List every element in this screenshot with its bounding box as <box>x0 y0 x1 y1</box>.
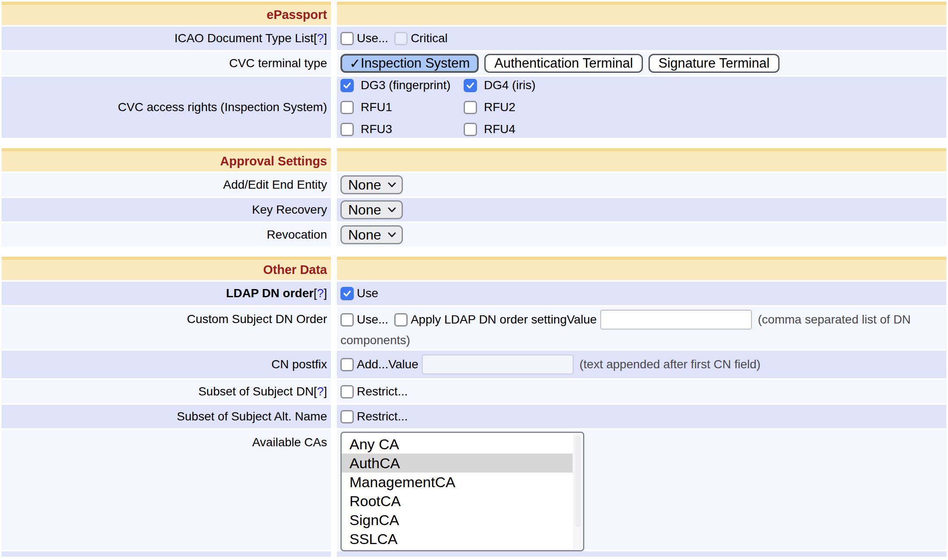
subset-subject-dn-label: Subset of Subject DN <box>198 385 314 398</box>
ca-option-rootca[interactable]: RootCA <box>342 492 573 510</box>
section-title: Other Data <box>263 263 327 277</box>
section-header-epassport: ePassport <box>2 2 946 25</box>
icao-use-checkbox[interactable] <box>340 32 354 45</box>
cn-postfix-add-checkbox[interactable] <box>340 358 354 371</box>
certificate-profile-form: ePassport ICAO Document Type List[?] Use… <box>0 0 948 560</box>
cn-postfix-value-input[interactable] <box>422 355 574 374</box>
cvc-access-item: RFU1 <box>340 100 464 114</box>
ca-option-any-ca[interactable]: Any CA <box>342 435 573 454</box>
section-epassport: ePassport ICAO Document Type List[?] Use… <box>2 2 946 138</box>
icao-critical-label[interactable]: Critical <box>411 31 448 45</box>
custom-dn-controls: Use... Apply LDAP DN order setting Value… <box>340 308 911 332</box>
icao-critical-checkbox[interactable] <box>394 32 408 45</box>
subset-alt-name-restrict-label[interactable]: Restrict... <box>357 410 408 423</box>
select-value: None <box>348 202 381 218</box>
ldap-dn-order-label: LDAP DN order <box>226 286 314 300</box>
cvc-access-grid: DG3 (fingerprint) DG4 (iris) RFU1 RFU2 <box>340 78 536 136</box>
row-cvc-terminal-type: CVC terminal type ✓Inspection System Aut… <box>2 52 946 75</box>
dg4-label[interactable]: DG4 (iris) <box>484 78 536 92</box>
subset-alt-name-label: Subset of Subject Alt. Name <box>177 410 327 423</box>
ca-option-managementca[interactable]: ManagementCA <box>342 473 573 492</box>
row-subset-of-subject-dn: Subset of Subject DN[?] Restrict... <box>2 380 946 403</box>
row-ldap-dn-order: LDAP DN order[?] Use <box>2 282 946 305</box>
scrollbar-thumb[interactable] <box>575 435 581 527</box>
listbox-scrollbar[interactable] <box>574 434 582 549</box>
help-link[interactable]: ? <box>317 31 324 45</box>
cvc-access-item: DG3 (fingerprint) <box>340 78 464 92</box>
ldap-dn-order-use-label[interactable]: Use <box>357 286 378 300</box>
signature-terminal-button[interactable]: Signature Terminal <box>649 54 780 73</box>
section-approval-settings: Approval Settings Add/Edit End Entity No… <box>2 148 946 246</box>
rfu2-label[interactable]: RFU2 <box>484 100 515 114</box>
subset-alt-name-restrict-checkbox[interactable] <box>340 410 354 423</box>
revocation-select[interactable]: None <box>340 225 403 244</box>
dg3-checkbox[interactable] <box>340 79 354 92</box>
inspection-system-button[interactable]: ✓Inspection System <box>340 54 479 73</box>
dg4-checkbox[interactable] <box>464 79 477 92</box>
custom-dn-hint-line2: components) <box>340 332 410 349</box>
help-bracket: [ <box>314 286 317 300</box>
cvc-access-rights-label: CVC access rights (Inspection System) <box>118 100 327 114</box>
help-link[interactable]: ? <box>317 385 324 398</box>
row-icao-document-type-list: ICAO Document Type List[?] Use... Critic… <box>2 27 946 50</box>
custom-dn-apply-ldap-checkbox[interactable] <box>394 313 408 327</box>
chevron-down-icon <box>388 232 396 237</box>
ldap-dn-order-use-checkbox[interactable] <box>340 287 354 300</box>
key-recovery-label: Key Recovery <box>252 203 327 217</box>
rfu4-checkbox[interactable] <box>464 123 477 136</box>
ca-option-sslca[interactable]: SSLCA <box>342 529 573 548</box>
key-recovery-select[interactable]: None <box>340 200 403 219</box>
custom-dn-apply-ldap-label[interactable]: Apply LDAP DN order setting <box>411 313 567 327</box>
cn-postfix-add-label[interactable]: Add... <box>357 358 388 371</box>
custom-dn-use-label[interactable]: Use... <box>357 313 388 327</box>
help-bracket: ] <box>324 31 327 45</box>
section-title: ePassport <box>267 8 327 22</box>
cn-postfix-hint: (text appended after first CN field) <box>580 358 761 371</box>
add-edit-end-entity-select[interactable]: None <box>340 175 403 194</box>
help-bracket: [ <box>314 385 317 398</box>
help-bracket: ] <box>324 286 327 300</box>
rfu4-label[interactable]: RFU4 <box>484 122 515 136</box>
row-custom-subject-dn-order: Custom Subject DN Order Use... Apply LDA… <box>2 307 946 349</box>
cn-postfix-label: CN postfix <box>271 358 327 371</box>
custom-dn-use-checkbox[interactable] <box>340 313 354 327</box>
custom-subject-dn-order-label: Custom Subject DN Order <box>187 312 327 326</box>
rfu1-label[interactable]: RFU1 <box>361 100 392 114</box>
row-cvc-access-rights: CVC access rights (Inspection System) DG… <box>2 77 946 138</box>
custom-dn-value-input[interactable] <box>600 310 752 330</box>
custom-dn-hint-line1: (comma separated list of DN <box>758 313 911 327</box>
dg3-label[interactable]: DG3 (fingerprint) <box>361 78 451 92</box>
rfu2-checkbox[interactable] <box>464 101 477 114</box>
custom-dn-value-label: Value <box>567 313 597 327</box>
cn-postfix-value-label: Value <box>388 358 418 371</box>
row-subset-of-subject-alt-name: Subset of Subject Alt. Name Restrict... <box>2 405 946 428</box>
rfu3-checkbox[interactable] <box>340 123 354 136</box>
help-bracket: [ <box>314 31 317 45</box>
chevron-down-icon <box>388 182 396 187</box>
select-value: None <box>348 227 381 243</box>
available-cas-listbox[interactable]: Any CA AuthCA ManagementCA RootCA SignCA… <box>340 432 584 551</box>
subset-subject-dn-restrict-checkbox[interactable] <box>340 385 354 398</box>
section-header-approval: Approval Settings <box>2 148 946 171</box>
rfu1-checkbox[interactable] <box>340 101 354 114</box>
section-header-other-data: Other Data <box>2 257 946 280</box>
add-edit-end-entity-label: Add/Edit End Entity <box>223 178 327 192</box>
icao-use-label[interactable]: Use... <box>357 31 388 45</box>
authentication-terminal-button[interactable]: Authentication Terminal <box>484 54 643 73</box>
row-next-partial <box>2 551 946 557</box>
available-cas-label: Available CAs <box>252 436 327 449</box>
section-other-data: Other Data LDAP DN order[?] Use Custom S… <box>2 257 946 557</box>
cvc-access-item: DG4 (iris) <box>464 78 536 92</box>
check-prefix: ✓ <box>349 56 361 72</box>
rfu3-label[interactable]: RFU3 <box>361 122 392 136</box>
cvc-access-item: RFU2 <box>464 100 536 114</box>
chevron-down-icon <box>388 207 396 212</box>
section-title: Approval Settings <box>220 154 327 168</box>
ca-option-authca[interactable]: AuthCA <box>342 454 573 473</box>
row-cn-postfix: CN postfix Add... Value (text appended a… <box>2 351 946 378</box>
subset-subject-dn-restrict-label[interactable]: Restrict... <box>357 385 408 398</box>
help-bracket: ] <box>324 385 327 398</box>
help-link[interactable]: ? <box>317 286 324 300</box>
ca-option-signca[interactable]: SignCA <box>342 510 573 529</box>
row-add-edit-end-entity: Add/Edit End Entity None <box>2 173 946 196</box>
